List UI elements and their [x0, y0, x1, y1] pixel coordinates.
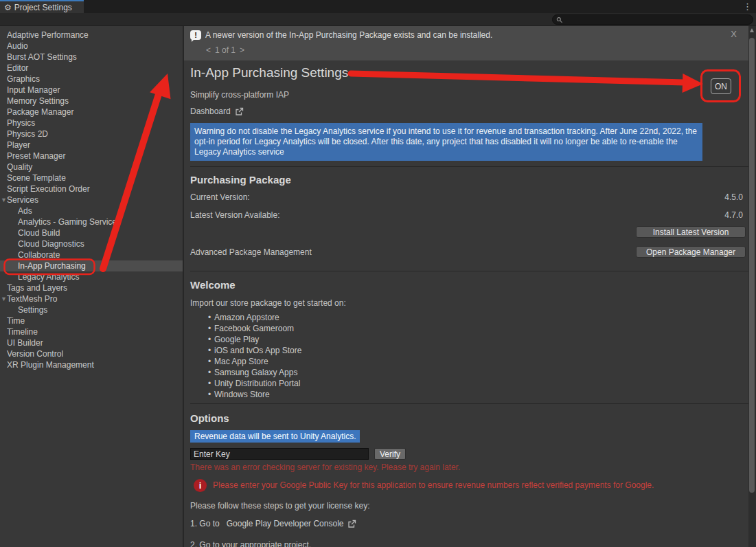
section-divider — [190, 403, 748, 404]
sidebar-item-label: Audio — [7, 41, 28, 51]
sidebar-item-label: UI Builder — [7, 338, 43, 348]
sidebar-item-label: Package Manager — [7, 107, 73, 117]
external-link-icon — [235, 107, 244, 116]
external-link-icon — [347, 520, 356, 528]
tab-project-settings[interactable]: ⚙ Project Settings — [0, 0, 84, 13]
sidebar-item-tags-and-layers[interactable]: Tags and Layers — [0, 282, 183, 293]
store-list-item: Samsung Galaxy Apps — [190, 367, 748, 378]
sidebar-item-audio[interactable]: Audio — [0, 41, 183, 52]
sidebar-item-cloud-build[interactable]: Cloud Build — [0, 227, 183, 238]
sidebar-item-label: Script Execution Order — [7, 184, 90, 194]
settings-sidebar: Adaptive PerformanceAudioBurst AOT Setti… — [0, 26, 183, 547]
welcome-heading: Welcome — [190, 279, 748, 291]
sidebar-item-memory-settings[interactable]: Memory Settings — [0, 96, 183, 107]
step-1-prefix: 1. Go to — [190, 519, 220, 528]
purchasing-package-heading: Purchasing Package — [190, 174, 748, 186]
sidebar-item-package-manager[interactable]: Package Manager — [0, 107, 183, 118]
foldout-triangle-icon[interactable]: ▼ — [1, 293, 7, 304]
main-panel: ! A newer version of the In-App Purchasi… — [184, 26, 748, 547]
banner-pager: < 1 of 1 > — [206, 45, 244, 55]
welcome-intro: Import our store package to get started … — [190, 298, 748, 309]
kebab-menu-icon[interactable]: ⋮ — [743, 1, 752, 12]
pager-prev-button[interactable]: < — [206, 45, 211, 55]
sidebar-item-quality[interactable]: Quality — [0, 161, 183, 172]
store-list: Amazon AppstoreFacebook GameroomGoogle P… — [190, 312, 748, 400]
scrollbar-thumb[interactable] — [749, 38, 755, 493]
section-divider — [190, 166, 748, 167]
install-latest-version-button[interactable]: Install Latest Version — [636, 226, 746, 238]
sidebar-item-script-execution-order[interactable]: Script Execution Order — [0, 183, 183, 194]
sidebar-item-label: Physics — [7, 118, 35, 128]
latest-version-value: 4.7.0 — [724, 210, 743, 221]
sidebar-item-label: Version Control — [7, 349, 63, 359]
store-list-item: Mac App Store — [190, 356, 748, 367]
sidebar-item-collaborate[interactable]: Collaborate — [0, 249, 183, 260]
sidebar-item-analytics-gaming-services[interactable]: Analytics - Gaming Services — [0, 216, 183, 227]
sidebar-item-label: Services — [7, 195, 38, 205]
pager-next-button[interactable]: > — [240, 45, 244, 55]
sidebar-item-adaptive-performance[interactable]: Adaptive Performance — [0, 30, 183, 41]
sidebar-item-xr-plugin-management[interactable]: XR Plugin Management — [0, 359, 183, 370]
iap-on-toggle[interactable]: ON — [711, 78, 731, 94]
license-key-input[interactable] — [190, 448, 369, 460]
sidebar-item-settings[interactable]: Settings — [0, 304, 183, 315]
sidebar-item-player[interactable]: Player — [0, 139, 183, 150]
sidebar-item-ui-builder[interactable]: UI Builder — [0, 337, 183, 348]
verify-button[interactable]: Verify — [374, 448, 406, 460]
sidebar-item-label: Collaborate — [18, 250, 60, 260]
sidebar-item-label: Tags and Layers — [7, 283, 67, 293]
sidebar-item-legacy-analytics[interactable]: Legacy Analytics — [0, 271, 183, 282]
sidebar-item-preset-manager[interactable]: Preset Manager — [0, 150, 183, 161]
sidebar-item-timeline[interactable]: Timeline — [0, 326, 183, 337]
sidebar-item-label: Player — [7, 140, 30, 150]
sidebar-item-label: Ads — [18, 206, 32, 216]
sidebar-item-version-control[interactable]: Version Control — [0, 348, 183, 359]
banner-close-button[interactable]: X — [731, 29, 737, 39]
store-list-item: Facebook Gameroom — [190, 323, 748, 334]
sidebar-item-label: Preset Manager — [7, 151, 65, 161]
store-list-item: Windows Store — [190, 389, 748, 400]
vertical-scrollbar[interactable] — [748, 26, 756, 547]
sidebar-item-label: Quality — [7, 162, 32, 172]
license-steps-intro: Please follow these steps to get your li… — [190, 501, 748, 511]
sidebar-item-label: Editor — [7, 63, 28, 73]
sidebar-item-graphics[interactable]: Graphics — [0, 74, 183, 85]
sidebar-item-time[interactable]: Time — [0, 315, 183, 326]
sidebar-item-label: Physics 2D — [7, 129, 48, 139]
sidebar-item-in-app-purchasing[interactable]: In-App Purchasing — [0, 260, 183, 271]
sidebar-item-label: Time — [7, 316, 25, 326]
sidebar-item-services[interactable]: ▼Services — [0, 194, 183, 205]
gear-icon: ⚙ — [4, 3, 12, 12]
search-box[interactable] — [552, 14, 753, 25]
current-version-value: 4.5.0 — [724, 192, 743, 203]
current-version-label: Current Version: — [190, 192, 250, 203]
title-bar: ⚙ Project Settings ⋮ — [0, 0, 756, 13]
sidebar-item-cloud-diagnostics[interactable]: Cloud Diagnostics — [0, 238, 183, 249]
sidebar-item-burst-aot-settings[interactable]: Burst AOT Settings — [0, 52, 183, 63]
sidebar-item-label: TextMesh Pro — [7, 294, 57, 304]
sidebar-item-input-manager[interactable]: Input Manager — [0, 85, 183, 96]
sidebar-item-label: Scene Template — [7, 173, 66, 183]
sidebar-item-textmesh-pro[interactable]: ▼TextMesh Pro — [0, 293, 183, 304]
sidebar-item-editor[interactable]: Editor — [0, 63, 183, 74]
search-input[interactable] — [566, 16, 749, 24]
notification-banner: ! A newer version of the In-App Purchasi… — [184, 26, 748, 60]
open-package-manager-button[interactable]: Open Package Manager — [636, 246, 746, 258]
google-play-console-link[interactable]: Google Play Developer Console — [227, 519, 344, 528]
foldout-triangle-icon[interactable]: ▼ — [1, 194, 7, 205]
sidebar-item-label: Cloud Diagnostics — [18, 239, 84, 249]
legacy-analytics-warning: Warning do not disable the Legacy Analyt… — [190, 123, 702, 161]
section-divider — [190, 271, 748, 271]
sidebar-item-label: Memory Settings — [7, 96, 69, 106]
banner-message: A newer version of the In-App Purchasing… — [205, 30, 492, 40]
sidebar-item-label: XR Plugin Management — [7, 360, 94, 370]
options-heading: Options — [190, 412, 748, 425]
dashboard-link[interactable]: Dashboard — [190, 106, 748, 117]
sidebar-item-physics[interactable]: Physics — [0, 118, 183, 129]
scroll-up-arrow-icon[interactable] — [750, 28, 754, 32]
sidebar-item-label: Legacy Analytics — [18, 272, 79, 282]
sidebar-item-scene-template[interactable]: Scene Template — [0, 172, 183, 183]
sidebar-item-ads[interactable]: Ads — [0, 205, 183, 216]
sidebar-item-physics-2d[interactable]: Physics 2D — [0, 129, 183, 139]
step-2: 2. Go to your appropriate project. — [190, 540, 748, 547]
